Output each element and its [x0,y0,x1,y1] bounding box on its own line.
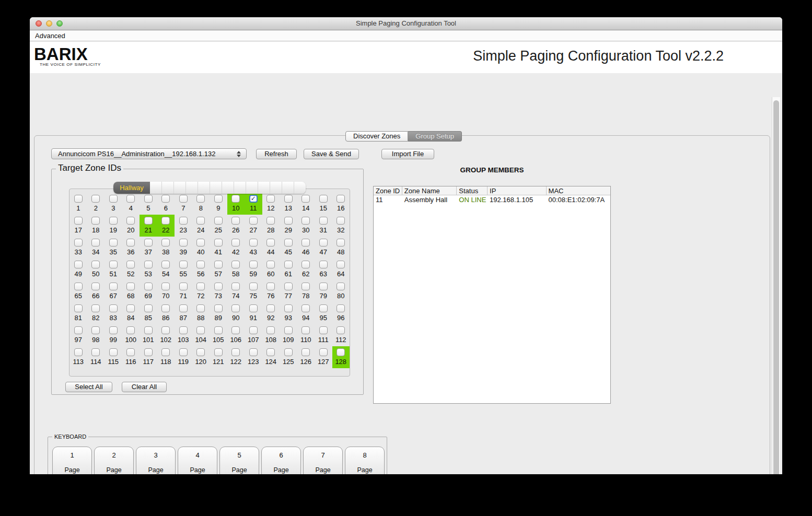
zone-checkbox-5[interactable] [144,195,153,203]
zone-checkbox-122[interactable] [231,348,240,356]
zone-checkbox-70[interactable] [161,283,170,290]
zone-checkbox-111[interactable] [319,326,328,334]
zone-checkbox-22[interactable] [161,217,170,225]
zone-checkbox-45[interactable] [284,239,293,247]
zone-checkbox-16[interactable] [337,195,345,203]
zone-checkbox-115[interactable] [109,348,118,356]
page-group-button-1[interactable]: 1Page Group 1 [52,447,92,474]
zone-checkbox-90[interactable] [231,304,240,312]
zone-checkbox-19[interactable] [109,217,118,225]
zone-checkbox-102[interactable] [161,326,170,334]
zone-checkbox-53[interactable] [144,261,153,268]
clear-all-zones-button[interactable]: Clear All [122,382,167,392]
zone-checkbox-96[interactable] [337,304,345,312]
zone-checkbox-60[interactable] [266,261,275,268]
zone-checkbox-9[interactable] [214,195,223,203]
zone-checkbox-26[interactable] [231,217,240,225]
page-group-button-5[interactable]: 5Page Group 5 [219,447,259,474]
zone-checkbox-124[interactable] [266,348,275,356]
zone-checkbox-117[interactable] [144,348,153,356]
zone-checkbox-58[interactable] [231,261,240,268]
table-row[interactable]: 11Assembly HallON LINE192.168.1.10500:08… [374,195,610,204]
column-header-status[interactable]: Status [457,186,488,195]
column-header-zone-name[interactable]: Zone Name [402,186,457,195]
group-tab-empty[interactable] [174,182,186,194]
zone-checkbox-119[interactable] [179,348,188,356]
group-tab-empty[interactable] [282,182,294,194]
group-tab-empty[interactable] [234,182,246,194]
zone-checkbox-52[interactable] [126,261,135,268]
zone-checkbox-107[interactable] [249,326,258,334]
zone-checkbox-67[interactable] [109,283,118,290]
zone-checkbox-10[interactable] [231,195,240,203]
group-tab-empty[interactable] [246,182,258,194]
zone-checkbox-42[interactable] [231,239,240,247]
zone-checkbox-36[interactable] [126,239,135,247]
zone-checkbox-40[interactable] [196,239,205,247]
page-group-button-8[interactable]: 8Page Group 8 [345,447,385,474]
scrollbar-thumb[interactable] [773,100,779,474]
zone-checkbox-25[interactable] [214,217,223,225]
zone-checkbox-7[interactable] [179,195,188,203]
zone-checkbox-62[interactable] [301,261,310,268]
group-tab-empty[interactable] [210,182,222,194]
zone-checkbox-91[interactable] [249,304,258,312]
zone-checkbox-127[interactable] [319,348,328,356]
zone-checkbox-93[interactable] [284,304,293,312]
zone-checkbox-1[interactable] [74,195,83,203]
zone-checkbox-65[interactable] [74,283,83,290]
zone-checkbox-99[interactable] [109,326,118,334]
zone-checkbox-14[interactable] [301,195,310,203]
zone-checkbox-110[interactable] [301,326,310,334]
zone-checkbox-41[interactable] [214,239,223,247]
menu-advanced[interactable]: Advanced [30,31,71,41]
device-select[interactable]: Annuncicom PS16__Administration__192.168… [51,148,247,159]
zone-checkbox-21[interactable] [144,217,153,225]
zone-checkbox-80[interactable] [337,283,345,290]
zone-checkbox-125[interactable] [284,348,293,356]
zone-checkbox-108[interactable] [266,326,275,334]
zone-checkbox-66[interactable] [91,283,100,290]
zone-checkbox-121[interactable] [214,348,223,356]
column-header-ip[interactable]: IP [488,186,547,195]
zone-checkbox-88[interactable] [196,304,205,312]
zone-checkbox-39[interactable] [179,239,188,247]
page-group-button-6[interactable]: 6Page Group 6 [261,447,301,474]
zone-checkbox-112[interactable] [337,326,345,334]
zone-checkbox-2[interactable] [91,195,100,203]
page-group-button-2[interactable]: 2Page Group 2 [94,447,134,474]
zone-checkbox-46[interactable] [301,239,310,247]
zone-checkbox-37[interactable] [144,239,153,247]
zone-checkbox-61[interactable] [284,261,293,268]
column-header-zone-id[interactable]: Zone ID [374,186,402,195]
zone-checkbox-17[interactable] [74,217,83,225]
group-tab-empty[interactable] [186,182,198,194]
zone-checkbox-4[interactable] [126,195,135,203]
zone-checkbox-57[interactable] [214,261,223,268]
zone-checkbox-84[interactable] [126,304,135,312]
zone-checkbox-6[interactable] [161,195,170,203]
group-tab-empty[interactable] [270,182,282,194]
zone-checkbox-72[interactable] [196,283,205,290]
zone-checkbox-3[interactable] [109,195,118,203]
zone-checkbox-43[interactable] [249,239,258,247]
zone-checkbox-95[interactable] [319,304,328,312]
zone-checkbox-18[interactable] [91,217,100,225]
zone-checkbox-86[interactable] [161,304,170,312]
page-group-button-4[interactable]: 4Page Group 4 [178,447,217,474]
group-tab-empty[interactable] [198,182,210,194]
zone-checkbox-51[interactable] [109,261,118,268]
zone-checkbox-109[interactable] [284,326,293,334]
vertical-scrollbar[interactable] [772,97,780,474]
zone-checkbox-63[interactable] [319,261,328,268]
group-tab-empty[interactable] [222,182,234,194]
zone-checkbox-100[interactable] [126,326,135,334]
zone-checkbox-76[interactable] [266,283,275,290]
select-all-zones-button[interactable]: Select All [65,382,112,392]
zone-checkbox-47[interactable] [319,239,328,247]
refresh-button[interactable]: Refresh [256,149,297,159]
zone-checkbox-106[interactable] [231,326,240,334]
zone-checkbox-104[interactable] [196,326,205,334]
zone-checkbox-77[interactable] [284,283,293,290]
zone-checkbox-118[interactable] [161,348,170,356]
